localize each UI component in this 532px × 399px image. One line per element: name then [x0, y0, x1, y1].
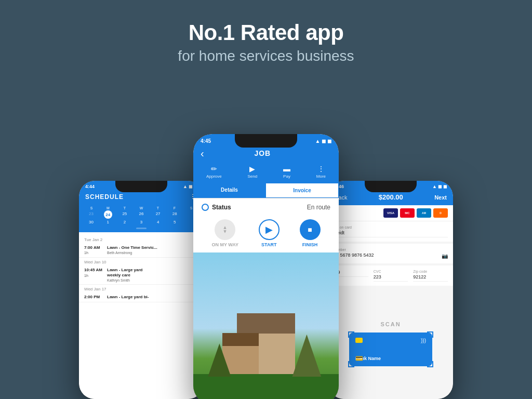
cvc-value[interactable]: 223	[374, 274, 408, 282]
cal-day-t: T	[116, 206, 133, 210]
building-visual	[193, 252, 339, 399]
send-label: Send	[248, 174, 258, 179]
tab-invoice[interactable]: Invoice	[265, 183, 339, 198]
schedule-time-3: 2:00 PM	[84, 295, 104, 300]
right-status-icons: ▲ ◼ ◼	[432, 184, 447, 189]
card-details-section: /99 CVC 223 Zip code 92122	[328, 265, 453, 286]
date-sep-1: Tue Jan 2	[79, 235, 204, 243]
on-my-way-icon	[215, 219, 235, 240]
schedule-details-2: Lawn - Large yardweekly care Kathryn Smi…	[107, 268, 198, 282]
calendar-days-header: S M T W T F S	[83, 206, 200, 210]
on-my-way-label: ON MY WAY	[211, 242, 238, 247]
start-btn[interactable]: ▶ START	[259, 219, 280, 247]
schedule-title-1: Lawn - One Time Servic...	[107, 245, 198, 250]
right-phone: 4:46 ▲ ◼ ◼ Back $200.00 Next VISA MC AM …	[328, 181, 453, 399]
calendar-week2: 30 1 2 3 4 5	[83, 219, 200, 225]
card-chip-icon-bottom: 💳	[355, 355, 363, 362]
card-number-value[interactable]: 04 5678 9876 5432	[334, 252, 374, 259]
center-phone-screen: 4:45 ▲ ◼ ◼ ‹ JOB ✏ Approve ▶	[193, 134, 339, 399]
cal-date-28: 28	[167, 210, 183, 219]
left-phone-screen: 4:44 ▲ ◼ ◼ SCHEDULE ☰ S M T W T F	[79, 181, 204, 399]
finish-label: FINISH	[302, 242, 318, 247]
zip-value[interactable]: 92122	[413, 274, 448, 282]
schedule-item-3[interactable]: 2:00 PM Lawn - Large yard bi-	[79, 292, 204, 302]
right-next-button[interactable]: Next	[434, 194, 447, 201]
start-label: START	[261, 242, 276, 247]
action-buttons: ON MY WAY ▶ START ■ FINISH	[193, 216, 339, 252]
finish-btn[interactable]: ■ FINISH	[300, 219, 321, 247]
page-background: No.1 Rated app for home services busines…	[0, 0, 532, 399]
time-2: 10:45 AM	[84, 268, 104, 273]
cal-date-27: 27	[150, 210, 166, 219]
cal-date-5: 5	[167, 219, 183, 225]
schedule-title: SCHEDULE	[85, 193, 124, 201]
expiry-field: /99	[334, 270, 368, 282]
building-left-roof	[222, 333, 259, 347]
card-chip-icon	[355, 338, 363, 343]
time-1: 7:00 AM	[84, 245, 104, 250]
approve-label: Approve	[206, 174, 222, 179]
left-header: SCHEDULE ☰	[79, 191, 204, 205]
time-3: 2:00 PM	[84, 295, 104, 300]
cal-date-26: 26	[133, 210, 149, 219]
toolbar-more[interactable]: ⋮ More	[316, 165, 326, 179]
card-name-value[interactable]: Heidt	[334, 230, 448, 237]
center-phone: 4:45 ▲ ◼ ◼ ‹ JOB ✏ Approve ▶	[193, 134, 339, 399]
building-roof	[237, 313, 295, 334]
center-phone-notch	[235, 134, 297, 148]
toolbar-pay[interactable]: ▬ Pay	[283, 165, 290, 179]
schedule-item-1[interactable]: 7:00 AM 1h Lawn - One Time Servic... Bet…	[79, 243, 204, 258]
schedule-details-3: Lawn - Large yard bi-	[107, 295, 198, 300]
right-phone-notch	[365, 181, 417, 192]
card-logos-row: VISA MC AM D	[328, 205, 453, 221]
calendar-week1: 23 24 25 26 27 28	[83, 210, 200, 219]
scan-frame-container: ))) Bank Name 💳	[349, 332, 432, 366]
cal-day-t2: T	[150, 206, 166, 210]
cvc-label: CVC	[374, 270, 408, 273]
discover-logo: D	[433, 208, 448, 218]
cal-date-3: 3	[133, 219, 149, 225]
cal-day-f: F	[166, 206, 183, 210]
phones-container: 4:44 ▲ ◼ ◼ SCHEDULE ☰ S M T W T F	[0, 134, 532, 399]
left-phone-notch	[115, 181, 167, 192]
schedule-client-1: Beth Armstrong	[107, 251, 198, 255]
cal-day-s: S	[83, 206, 100, 210]
ground-trees	[193, 374, 339, 399]
cal-day-w: W	[133, 206, 150, 210]
pay-icon: ▬	[283, 165, 290, 173]
visa-logo: VISA	[383, 208, 398, 218]
expiry-value[interactable]: /99	[334, 270, 368, 277]
toolbar-approve[interactable]: ✏ Approve	[206, 165, 222, 179]
schedule-time-2: 10:45 AM 1h	[84, 268, 104, 282]
cal-date-1: 1	[100, 219, 116, 225]
cal-date-2: 2	[116, 219, 132, 225]
scan-card-visual: ))) Bank Name 💳	[349, 332, 432, 366]
status-circle-icon	[202, 204, 209, 211]
main-title: No.1 Rated app	[0, 21, 532, 45]
date-sep-2: Wed Jan 10	[79, 258, 204, 265]
scan-section: SCAN ))) Bank Name 💳	[328, 288, 453, 399]
cal-date-24-today: 24	[104, 210, 112, 219]
on-my-way-btn[interactable]: ON MY WAY	[211, 219, 238, 247]
right-header: Back $200.00 Next	[328, 191, 453, 205]
job-status-row: Status En route	[193, 198, 339, 216]
more-icon: ⋮	[317, 165, 325, 173]
calendar-grid: S M T W T F S 23 24 25 26 27 28	[79, 205, 204, 232]
tab-details[interactable]: Details	[193, 183, 265, 198]
date-sep-3: Wed Jan 17	[79, 285, 204, 292]
nav-back-button[interactable]: ‹	[201, 148, 204, 158]
cal-date-25: 25	[116, 210, 132, 219]
schedule-time-1: 7:00 AM 1h	[84, 245, 104, 255]
header-section: No.1 Rated app for home services busines…	[0, 0, 532, 64]
cal-date-30: 30	[83, 219, 99, 225]
card-details-row: /99 CVC 223 Zip code 92122	[334, 270, 448, 282]
status-label-text: Status	[212, 204, 231, 211]
zip-field: Zip code 92122	[413, 270, 448, 282]
tree-right	[292, 335, 321, 377]
card-name-section: me on card Heidt	[328, 221, 453, 242]
finish-icon: ■	[300, 219, 321, 240]
status-value: En route	[307, 204, 330, 211]
toolbar-send[interactable]: ▶ Send	[248, 165, 258, 179]
cal-date-4: 4	[150, 219, 166, 225]
schedule-item-2[interactable]: 10:45 AM 1h Lawn - Large yardweekly care…	[79, 265, 204, 284]
